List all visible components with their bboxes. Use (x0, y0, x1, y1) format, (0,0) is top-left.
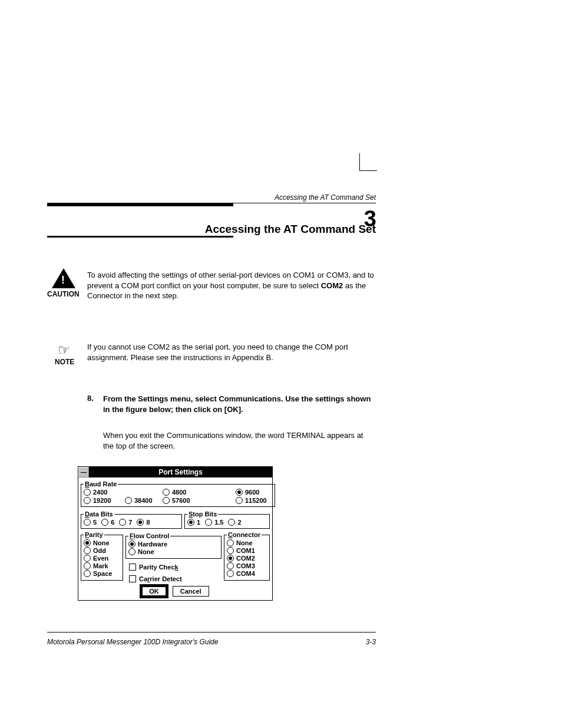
stop-bits-legend: Stop Bits (187, 510, 218, 518)
data-bits-legend: Data Bits (84, 510, 114, 518)
ok-button[interactable]: OK (141, 586, 167, 597)
dialog-title: Port Settings (89, 467, 272, 477)
parity-legend: Parity (84, 531, 104, 538)
note-icon: ☞ (58, 342, 71, 358)
data-bits-group: Data Bits 5 6 7 8 (81, 510, 182, 529)
carrier-detect-checkbox[interactable]: Carrier Detect (129, 575, 222, 582)
crop-mark (359, 153, 377, 171)
stopbits-1.5[interactable]: 1.5 (205, 519, 223, 526)
parity-odd[interactable]: Odd (84, 547, 120, 554)
baud-19200[interactable]: 19200 (84, 497, 125, 504)
baud-57600[interactable]: 57600 (163, 497, 236, 504)
databits-7[interactable]: 7 (119, 519, 132, 526)
dialog-body: Baud Rate 2400 4800 9600 19200 38400 576… (78, 477, 272, 600)
page: Accessing the AT Command Set 3 Accessing… (0, 0, 562, 728)
flow-hardware[interactable]: Hardware (128, 541, 219, 548)
baud-4800[interactable]: 4800 (163, 489, 200, 496)
connector-legend: Connector (227, 531, 262, 538)
rule-thick-upper (47, 203, 233, 206)
connector-com3[interactable]: COM3 (227, 562, 267, 569)
stopbits-2[interactable]: 2 (228, 519, 241, 526)
connector-group: Connector None COM1 COM2 COM3 COM4 (224, 531, 270, 581)
rule-thick-lower (47, 236, 233, 238)
flow-control-group: Flow Control Hardware None (125, 532, 222, 559)
rule-thin-upper (233, 203, 376, 203)
connector-none[interactable]: None (227, 539, 267, 546)
step-result: When you exit the Communications window,… (103, 430, 375, 451)
caution-text-bold: COM2 (321, 281, 343, 290)
connector-com1[interactable]: COM1 (227, 547, 267, 554)
caution-icon (52, 268, 75, 288)
caution-label: CAUTION (47, 290, 80, 298)
chapter-title: Accessing the AT Command Set (205, 223, 376, 236)
step-instruction: From the Settings menu, select Communica… (103, 394, 375, 414)
port-settings-dialog: — Port Settings Baud Rate 2400 4800 9600… (78, 466, 273, 601)
parity-none[interactable]: None (84, 539, 120, 546)
flow-control-legend: Flow Control (128, 532, 170, 539)
parity-mark[interactable]: Mark (84, 562, 120, 569)
parity-space[interactable]: Space (84, 570, 120, 577)
system-menu-button[interactable]: — (78, 467, 89, 477)
parity-group: Parity None Odd Even Mark Space (81, 531, 123, 581)
cancel-button[interactable]: Cancel (173, 586, 209, 597)
parity-even[interactable]: Even (84, 555, 120, 562)
baud-115200[interactable]: 115200 (236, 497, 272, 504)
titlebar: — Port Settings (78, 467, 272, 477)
databits-5[interactable]: 5 (84, 519, 97, 526)
flow-none[interactable]: None (128, 548, 219, 555)
stop-bits-group: Stop Bits 1 1.5 2 (184, 510, 270, 529)
databits-8[interactable]: 8 (137, 519, 150, 526)
connector-com4[interactable]: COM4 (227, 570, 267, 577)
note-label: NOTE (55, 358, 74, 366)
baud-38400[interactable]: 38400 (125, 497, 163, 504)
stopbits-1[interactable]: 1 (187, 519, 200, 526)
databits-6[interactable]: 6 (101, 519, 114, 526)
connector-com2[interactable]: COM2 (227, 555, 267, 562)
parity-check-checkbox[interactable]: Parity Check (129, 564, 222, 571)
note-text: If you cannot use COM2 as the serial por… (87, 342, 375, 363)
footer-page-number: 3-3 (366, 638, 376, 646)
baud-9600[interactable]: 9600 (236, 489, 272, 496)
step-number: 8. (87, 394, 94, 403)
footer-text: Motorola Personal Messenger 100D Integra… (47, 638, 218, 646)
running-head: Accessing the AT Command Set (275, 193, 376, 202)
baud-rate-group: Baud Rate 2400 4800 9600 19200 38400 576… (81, 480, 275, 507)
footer-rule (47, 632, 376, 633)
caution-text: To avoid affecting the settings of other… (87, 270, 375, 301)
baud-2400[interactable]: 2400 (84, 489, 125, 496)
baud-rate-legend: Baud Rate (84, 480, 118, 487)
